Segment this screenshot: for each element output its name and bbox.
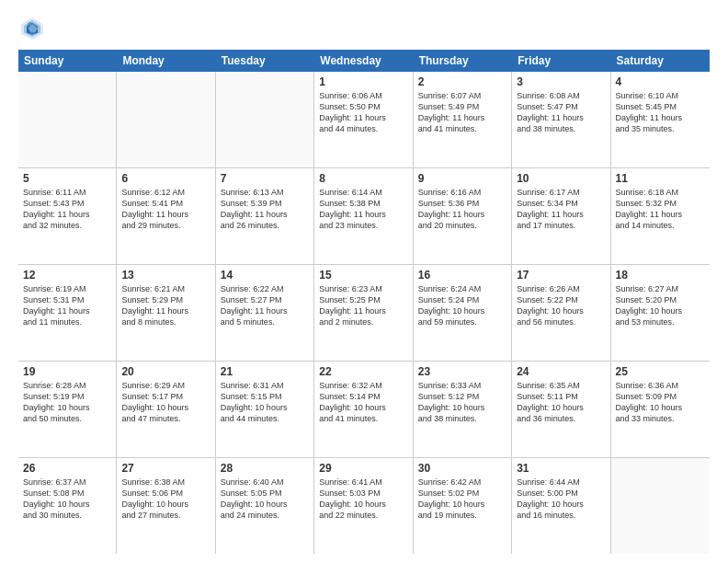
day-info: Sunrise: 6:12 AM Sunset: 5:41 PM Dayligh… [121, 187, 210, 232]
calendar-cell-r3c3: 22Sunrise: 6:32 AM Sunset: 5:14 PM Dayli… [314, 362, 413, 457]
calendar-cell-r3c5: 24Sunrise: 6:35 AM Sunset: 5:11 PM Dayli… [512, 362, 610, 457]
calendar-cell-r3c4: 23Sunrise: 6:33 AM Sunset: 5:12 PM Dayli… [414, 362, 512, 457]
day-info: Sunrise: 6:29 AM Sunset: 5:17 PM Dayligh… [121, 380, 210, 425]
calendar: SundayMondayTuesdayWednesdayThursdayFrid… [18, 50, 710, 554]
day-number: 26 [23, 462, 111, 475]
day-info: Sunrise: 6:40 AM Sunset: 5:05 PM Dayligh… [221, 477, 309, 522]
header [18, 15, 710, 42]
calendar-cell-r4c3: 29Sunrise: 6:41 AM Sunset: 5:03 PM Dayli… [314, 458, 413, 554]
header-day-sunday: Sunday [18, 50, 117, 72]
calendar-cell-r2c6: 18Sunrise: 6:27 AM Sunset: 5:20 PM Dayli… [611, 265, 710, 361]
day-info: Sunrise: 6:44 AM Sunset: 5:00 PM Dayligh… [517, 477, 605, 522]
day-info: Sunrise: 6:38 AM Sunset: 5:06 PM Dayligh… [121, 477, 210, 522]
day-number: 31 [517, 462, 605, 475]
calendar-cell-r2c5: 17Sunrise: 6:26 AM Sunset: 5:22 PM Dayli… [512, 265, 610, 361]
day-number: 9 [418, 172, 506, 185]
day-number: 2 [418, 75, 506, 88]
day-info: Sunrise: 6:18 AM Sunset: 5:32 PM Dayligh… [616, 187, 705, 232]
logo-icon [18, 15, 46, 42]
day-info: Sunrise: 6:11 AM Sunset: 5:43 PM Dayligh… [23, 187, 111, 232]
day-number: 15 [319, 269, 407, 282]
day-number: 3 [517, 75, 605, 88]
calendar-cell-r1c5: 10Sunrise: 6:17 AM Sunset: 5:34 PM Dayli… [512, 168, 610, 264]
day-number: 10 [517, 172, 605, 185]
calendar-cell-r4c6 [611, 458, 710, 554]
calendar-row-0: 1Sunrise: 6:06 AM Sunset: 5:50 PM Daylig… [18, 72, 710, 168]
day-info: Sunrise: 6:19 AM Sunset: 5:31 PM Dayligh… [23, 283, 111, 328]
calendar-cell-r4c5: 31Sunrise: 6:44 AM Sunset: 5:00 PM Dayli… [512, 458, 610, 554]
day-number: 12 [23, 269, 111, 282]
calendar-cell-r4c2: 28Sunrise: 6:40 AM Sunset: 5:05 PM Dayli… [216, 458, 314, 554]
day-info: Sunrise: 6:07 AM Sunset: 5:49 PM Dayligh… [418, 90, 506, 135]
calendar-row-2: 12Sunrise: 6:19 AM Sunset: 5:31 PM Dayli… [18, 265, 710, 362]
day-info: Sunrise: 6:06 AM Sunset: 5:50 PM Dayligh… [319, 90, 407, 135]
day-number: 8 [319, 172, 407, 185]
calendar-cell-r4c4: 30Sunrise: 6:42 AM Sunset: 5:02 PM Dayli… [414, 458, 512, 554]
day-number: 30 [418, 462, 506, 475]
header-day-wednesday: Wednesday [314, 50, 413, 72]
day-info: Sunrise: 6:23 AM Sunset: 5:25 PM Dayligh… [319, 283, 407, 328]
day-info: Sunrise: 6:33 AM Sunset: 5:12 PM Dayligh… [418, 380, 506, 425]
day-number: 27 [121, 462, 210, 475]
header-day-thursday: Thursday [414, 50, 512, 72]
day-info: Sunrise: 6:36 AM Sunset: 5:09 PM Dayligh… [616, 380, 705, 425]
calendar-cell-r1c4: 9Sunrise: 6:16 AM Sunset: 5:36 PM Daylig… [414, 168, 512, 264]
calendar-cell-r3c6: 25Sunrise: 6:36 AM Sunset: 5:09 PM Dayli… [611, 362, 710, 457]
day-number: 4 [616, 75, 705, 88]
calendar-cell-r4c0: 26Sunrise: 6:37 AM Sunset: 5:08 PM Dayli… [18, 458, 117, 554]
day-number: 29 [319, 462, 407, 475]
header-day-monday: Monday [117, 50, 215, 72]
calendar-cell-r3c2: 21Sunrise: 6:31 AM Sunset: 5:15 PM Dayli… [216, 362, 314, 457]
calendar-cell-r2c0: 12Sunrise: 6:19 AM Sunset: 5:31 PM Dayli… [18, 265, 117, 361]
day-number: 19 [23, 365, 111, 378]
calendar-cell-r1c1: 6Sunrise: 6:12 AM Sunset: 5:41 PM Daylig… [117, 168, 215, 264]
day-number: 25 [616, 365, 705, 378]
day-info: Sunrise: 6:10 AM Sunset: 5:45 PM Dayligh… [616, 90, 705, 135]
day-number: 22 [319, 365, 407, 378]
day-number: 7 [221, 172, 309, 185]
day-number: 16 [418, 269, 506, 282]
calendar-cell-r1c3: 8Sunrise: 6:14 AM Sunset: 5:38 PM Daylig… [314, 168, 413, 264]
page: SundayMondayTuesdayWednesdayThursdayFrid… [0, 0, 728, 563]
day-number: 24 [517, 365, 605, 378]
calendar-cell-r2c1: 13Sunrise: 6:21 AM Sunset: 5:29 PM Dayli… [117, 265, 215, 361]
day-number: 20 [121, 365, 210, 378]
day-info: Sunrise: 6:17 AM Sunset: 5:34 PM Dayligh… [517, 187, 605, 232]
day-number: 14 [221, 269, 309, 282]
day-info: Sunrise: 6:13 AM Sunset: 5:39 PM Dayligh… [221, 187, 309, 232]
logo [18, 15, 50, 42]
calendar-cell-r0c3: 1Sunrise: 6:06 AM Sunset: 5:50 PM Daylig… [314, 72, 413, 167]
day-number: 21 [221, 365, 309, 378]
calendar-row-4: 26Sunrise: 6:37 AM Sunset: 5:08 PM Dayli… [18, 458, 710, 554]
calendar-cell-r1c2: 7Sunrise: 6:13 AM Sunset: 5:39 PM Daylig… [216, 168, 314, 264]
calendar-cell-r0c0 [18, 72, 117, 167]
day-info: Sunrise: 6:16 AM Sunset: 5:36 PM Dayligh… [418, 187, 506, 232]
header-day-saturday: Saturday [611, 50, 710, 72]
day-number: 28 [221, 462, 309, 475]
calendar-header: SundayMondayTuesdayWednesdayThursdayFrid… [18, 50, 710, 72]
day-info: Sunrise: 6:24 AM Sunset: 5:24 PM Dayligh… [418, 283, 506, 328]
day-number: 18 [616, 269, 705, 282]
day-info: Sunrise: 6:26 AM Sunset: 5:22 PM Dayligh… [517, 283, 605, 328]
calendar-cell-r4c1: 27Sunrise: 6:38 AM Sunset: 5:06 PM Dayli… [117, 458, 215, 554]
day-info: Sunrise: 6:32 AM Sunset: 5:14 PM Dayligh… [319, 380, 407, 425]
calendar-cell-r0c1 [117, 72, 215, 167]
day-info: Sunrise: 6:31 AM Sunset: 5:15 PM Dayligh… [221, 380, 309, 425]
day-number: 17 [517, 269, 605, 282]
day-info: Sunrise: 6:28 AM Sunset: 5:19 PM Dayligh… [23, 380, 111, 425]
day-number: 5 [23, 172, 111, 185]
calendar-cell-r0c4: 2Sunrise: 6:07 AM Sunset: 5:49 PM Daylig… [414, 72, 512, 167]
day-info: Sunrise: 6:27 AM Sunset: 5:20 PM Dayligh… [616, 283, 705, 328]
calendar-body: 1Sunrise: 6:06 AM Sunset: 5:50 PM Daylig… [18, 72, 710, 554]
calendar-cell-r3c0: 19Sunrise: 6:28 AM Sunset: 5:19 PM Dayli… [18, 362, 117, 457]
day-info: Sunrise: 6:37 AM Sunset: 5:08 PM Dayligh… [23, 477, 111, 522]
day-info: Sunrise: 6:42 AM Sunset: 5:02 PM Dayligh… [418, 477, 506, 522]
day-number: 1 [319, 75, 407, 88]
calendar-cell-r2c3: 15Sunrise: 6:23 AM Sunset: 5:25 PM Dayli… [314, 265, 413, 361]
day-number: 13 [121, 269, 210, 282]
calendar-cell-r0c6: 4Sunrise: 6:10 AM Sunset: 5:45 PM Daylig… [611, 72, 710, 167]
day-info: Sunrise: 6:41 AM Sunset: 5:03 PM Dayligh… [319, 477, 407, 522]
day-number: 6 [121, 172, 210, 185]
calendar-cell-r1c6: 11Sunrise: 6:18 AM Sunset: 5:32 PM Dayli… [611, 168, 710, 264]
header-day-tuesday: Tuesday [216, 50, 314, 72]
